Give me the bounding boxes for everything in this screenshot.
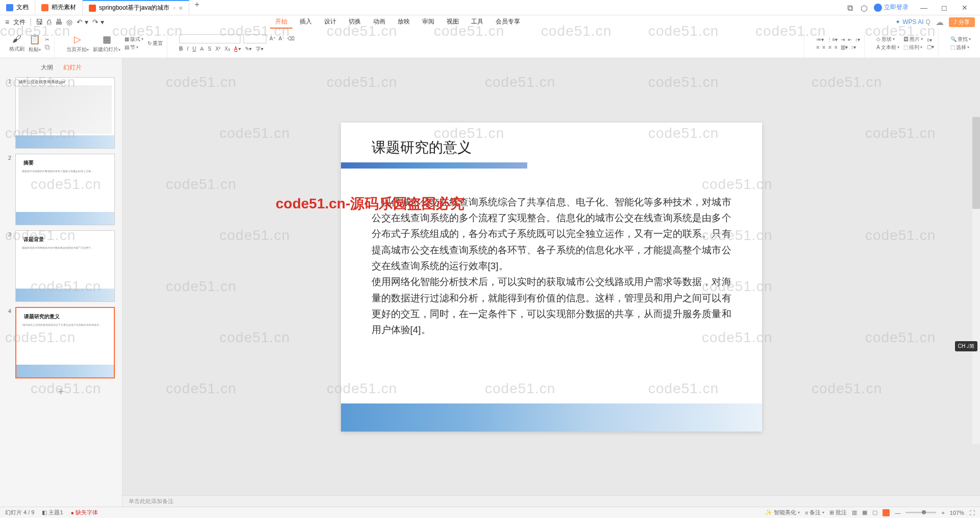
redo-icon[interactable]: ↷ ▾ xyxy=(92,18,104,26)
normal-view-button[interactable]: ▥ xyxy=(852,509,857,516)
zoom-value[interactable]: 107% xyxy=(950,510,964,516)
minimize-button[interactable]: — xyxy=(914,4,934,12)
add-slide-button[interactable]: + xyxy=(5,384,117,400)
menu-tab-insert[interactable]: 插入 xyxy=(295,16,317,29)
picture-button[interactable]: 🖼 图片▾ xyxy=(903,36,923,43)
section-button[interactable]: ▤ 节▾ xyxy=(125,44,143,51)
decrease-font-button[interactable]: A⁻ xyxy=(279,36,285,41)
smart-beautify-button[interactable]: ✨ 智能美化▾ xyxy=(765,509,800,516)
scrollbar[interactable] xyxy=(972,117,980,444)
menu-tab-transition[interactable]: 切换 xyxy=(344,16,366,29)
arrange-button[interactable]: ⬚ 排列▾ xyxy=(903,44,923,51)
print-preview-icon[interactable]: ⎙ xyxy=(47,18,51,26)
fill-button[interactable]: ◊▾ xyxy=(927,37,934,43)
save-icon[interactable]: 🖫 xyxy=(36,18,43,26)
copy-button[interactable]: ⿻ xyxy=(45,44,50,50)
tab-dropdown-icon[interactable]: ○ xyxy=(173,5,176,11)
increase-font-button[interactable]: A⁺ xyxy=(270,36,276,41)
textbox-button[interactable]: A 文本框▾ xyxy=(876,44,899,51)
align-right-button[interactable]: ≡ xyxy=(828,44,831,50)
text-direction-button[interactable]: ↕▾ xyxy=(851,44,856,50)
menu-tab-tools[interactable]: 工具 xyxy=(466,16,488,29)
find-button[interactable]: 🔍 查找▾ xyxy=(950,36,971,43)
slide-preview[interactable]: 摘要 随着技术与创新的不断涌现许多线下服务正在逐步向线上迁移... xyxy=(15,154,115,225)
slide-body[interactable]: 现代城市公交在线查询系统综合了共享信息、电子化、智能化等多种技术，对城市公交在线… xyxy=(372,194,731,338)
subscript-button[interactable]: X₂ xyxy=(225,46,230,52)
tab-docksucai[interactable]: 稻壳素材 xyxy=(35,0,83,15)
slide-preview[interactable]: 课题研究的意义 现代城市公交在线查询系统综合了共享信息电子化智能化等多种技术..… xyxy=(15,307,115,378)
outline-tab[interactable]: 大纲 xyxy=(41,63,53,72)
cloud-icon[interactable]: ☁ xyxy=(936,17,944,27)
tab-document[interactable]: 文档 xyxy=(0,0,35,15)
slides-list[interactable]: 1 城市公交在线查询系统ppt 2 摘要 随着技术与创新的不断涌现许多线下服务正… xyxy=(0,75,122,507)
slide-canvas[interactable]: 课题研究的意义 现代城市公交在线查询系统综合了共享信息、电子化、智能化等多种技术… xyxy=(122,58,980,495)
missing-font-warning[interactable]: ● 缺失字体 xyxy=(71,509,99,516)
wps-ai-button[interactable]: ✦ WPS AI Q xyxy=(895,18,930,26)
scroll-thumb[interactable] xyxy=(972,117,980,209)
italic-button[interactable]: I xyxy=(187,46,188,52)
preview-icon[interactable]: ◎ xyxy=(66,18,72,26)
ime-badge[interactable]: CH ♩简 xyxy=(955,341,977,351)
print-icon[interactable]: 🖶 xyxy=(55,18,62,26)
hamburger-icon[interactable]: ≡ xyxy=(5,18,9,26)
close-button[interactable]: ✕ xyxy=(954,4,975,12)
window-mode-icon[interactable]: ⧉ xyxy=(847,4,855,12)
clear-format-button[interactable]: ⌫ xyxy=(287,36,295,41)
slide-preview[interactable]: 课题背景 随着科技技术和网络技术的不断发展这些新技术被广泛应用于... xyxy=(15,230,115,302)
menu-tab-start[interactable]: 开始 xyxy=(270,16,292,29)
indent-dec-button[interactable]: ⇤ xyxy=(848,37,852,42)
slide-preview[interactable]: 城市公交在线查询系统ppt xyxy=(15,77,115,149)
bullets-button[interactable]: ≔▾ xyxy=(816,37,824,42)
slideshow-button[interactable] xyxy=(883,509,890,516)
align-justify-button[interactable]: ≡ xyxy=(835,44,838,50)
notes-toggle[interactable]: ≡ 备注▾ xyxy=(805,509,824,516)
login-button[interactable]: 立即登录 xyxy=(874,3,909,12)
font-color-button[interactable]: A▾ xyxy=(234,46,241,52)
bold-button[interactable]: B xyxy=(179,46,183,52)
file-menu[interactable]: 文件 xyxy=(13,18,26,27)
undo-icon[interactable]: ↶ ▾ xyxy=(77,18,88,26)
menu-tab-view[interactable]: 视图 xyxy=(442,16,464,29)
menu-tab-design[interactable]: 设计 xyxy=(319,16,341,29)
menu-tab-animation[interactable]: 动画 xyxy=(368,16,390,29)
theme-indicator[interactable]: ◧ 主题1 xyxy=(42,509,63,516)
highlight-button[interactable]: ✎▾ xyxy=(245,46,252,52)
fit-button[interactable]: ⛶ xyxy=(969,510,975,516)
maximize-button[interactable]: ◻ xyxy=(934,4,954,12)
current-page-button[interactable]: ▷ 当页开始▾ xyxy=(66,34,89,53)
zoom-slider[interactable] xyxy=(905,512,936,513)
slide-thumb-2[interactable]: 2 摘要 随着技术与创新的不断涌现许多线下服务正在逐步向线上迁移... xyxy=(5,154,117,225)
select-button[interactable]: ⬚ 选择▾ xyxy=(950,44,971,51)
shape-button[interactable]: ◇ 形状▾ xyxy=(876,36,899,43)
main-slide[interactable]: 课题研究的意义 现代城市公交在线查询系统综合了共享信息、电子化、智能化等多种技术… xyxy=(341,123,762,432)
font-size-select[interactable] xyxy=(243,34,266,43)
reading-view-button[interactable]: ▢ xyxy=(872,509,877,516)
numbering-button[interactable]: ⋮≡▾ xyxy=(827,37,838,42)
slide-counter[interactable]: 幻灯片 4 / 9 xyxy=(5,509,34,516)
share-button[interactable]: ⤴ 分享 xyxy=(949,17,975,27)
close-icon[interactable]: × xyxy=(179,4,183,12)
new-slide-button[interactable]: ▦ 新建幻灯片▾ xyxy=(93,34,120,53)
zoom-in-button[interactable]: + xyxy=(941,510,944,516)
comments-toggle[interactable]: ⊞ 批注 xyxy=(829,509,847,516)
menu-tab-member[interactable]: 会员专享 xyxy=(491,16,525,29)
strikethrough-button[interactable]: A̶ xyxy=(200,46,204,52)
indent-inc-button[interactable]: ⇥ xyxy=(841,37,845,42)
line-spacing-button[interactable]: ↕▾ xyxy=(855,37,860,42)
add-tab-button[interactable]: + xyxy=(189,0,204,15)
font-family-select[interactable] xyxy=(179,34,240,43)
align-center-button[interactable]: ≡ xyxy=(822,44,825,50)
slides-tab[interactable]: 幻灯片 xyxy=(63,63,82,72)
slide-thumb-1[interactable]: 1 城市公交在线查询系统ppt xyxy=(5,77,117,149)
sorter-view-button[interactable]: ▦ xyxy=(862,509,867,516)
slide-thumb-4[interactable]: 4 课题研究的意义 现代城市公交在线查询系统综合了共享信息电子化智能化等多种技术… xyxy=(5,307,117,378)
format-painter-button[interactable]: 🖌 格式刷 xyxy=(9,34,24,53)
strike-button[interactable]: S xyxy=(208,46,211,52)
slide-thumb-3[interactable]: 3 课题背景 随着科技技术和网络技术的不断发展这些新技术被广泛应用于... xyxy=(5,230,117,302)
tab-springboot[interactable]: springboot基于java的城市 ○ × xyxy=(83,0,189,15)
underline-button[interactable]: U xyxy=(192,46,196,52)
superscript-button[interactable]: X² xyxy=(215,46,220,52)
align-left-button[interactable]: ≡ xyxy=(816,44,819,50)
notes-area[interactable]: 单击此处添加备注 xyxy=(122,495,980,507)
paste-button[interactable]: 📋 粘贴▾ xyxy=(29,34,41,53)
